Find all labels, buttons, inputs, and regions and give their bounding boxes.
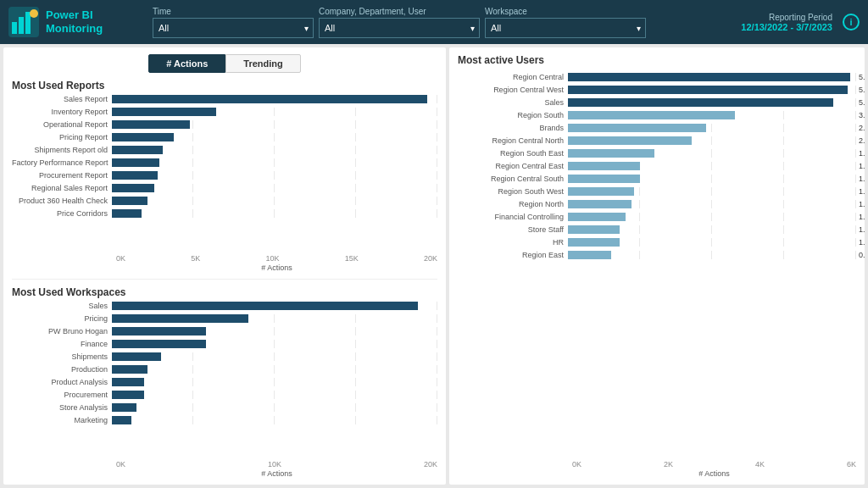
bar-label: Store Staff — [458, 225, 568, 234]
tab-actions[interactable]: # Actions — [148, 54, 225, 73]
divider — [12, 279, 437, 280]
bar-track: 2.9K — [112, 365, 437, 374]
bar-label: Region Central West — [458, 86, 568, 94]
bar-row: Region East0.9K — [458, 249, 856, 261]
bar-row: Region Central West5.8K — [458, 84, 856, 96]
bar-label: Inventory Report — [12, 108, 112, 116]
bar-fill — [112, 209, 142, 218]
bar-label: Pricing Report — [12, 133, 112, 141]
bar-track: 1.1K — [568, 225, 856, 234]
tab-trending[interactable]: Trending — [225, 54, 300, 73]
bar-row: Pricing Report3.8K — [12, 131, 437, 143]
bar-row: Region South East1.8K — [458, 147, 856, 159]
tabs-container: # Actions Trending — [12, 54, 437, 73]
bar-track: 2.8K — [112, 378, 437, 386]
bar-label: Region Central East — [458, 162, 568, 170]
rp-label: Reporting Period — [741, 13, 832, 22]
bar-row: Sales25.4K — [12, 300, 437, 312]
x-axis-label: 15K — [345, 254, 359, 263]
bar-label: Financial Controlling — [458, 213, 568, 221]
bar-value: 0.9K — [859, 251, 865, 259]
bar-fill — [568, 162, 640, 170]
bar-label: Finance — [12, 340, 112, 348]
bar-label: Production — [12, 365, 112, 374]
bar-track: 1.2K — [568, 213, 856, 221]
bar-track: 2.8K — [112, 171, 437, 180]
bar-fill — [112, 120, 190, 129]
bar-label: Region Central — [458, 73, 568, 81]
bar-fill — [568, 86, 848, 94]
bar-track: 1.6K — [112, 416, 437, 424]
header: Power BI Monitoring Time All Company, De… — [0, 0, 868, 44]
bar-row: Region South West1.4K — [458, 186, 856, 197]
bar-label: Region South — [458, 111, 568, 119]
x-axis-label: 20K — [424, 460, 437, 469]
bar-fill — [568, 136, 692, 145]
bar-fill — [112, 391, 144, 399]
bar-fill — [112, 340, 206, 348]
bar-fill — [568, 251, 611, 259]
svg-point-4 — [30, 9, 38, 18]
info-button[interactable]: i — [843, 14, 860, 30]
bar-label: Sales — [12, 302, 112, 310]
bar-label: HR — [458, 238, 568, 247]
bar-fill — [568, 187, 634, 196]
bar-track: 1.3K — [568, 200, 856, 208]
rp-value: 12/13/2022 - 3/7/2023 — [741, 22, 832, 32]
workspaces-x-axis: 0K10K20K — [12, 460, 437, 469]
company-filter-select[interactable]: All — [319, 18, 480, 38]
main-content: # Actions Trending Most Used Reports Sal… — [0, 44, 868, 488]
bar-row: Shipments4.1K — [12, 351, 437, 363]
bar-track: 1.8K — [568, 149, 856, 158]
bar-row: Regional Sales Report2.6K — [12, 182, 437, 194]
workspace-filter-select[interactable]: All — [485, 18, 646, 38]
bar-label: Operational Report — [12, 120, 112, 129]
active-users-bars: Region Central5.9KRegion Central West5.8… — [458, 71, 856, 458]
bar-row: Sales5.5K — [458, 97, 856, 108]
workspaces-title: Most Used Workspaces — [12, 286, 437, 298]
right-panel: Most active Users Region Central5.9KRegi… — [449, 47, 865, 485]
bar-fill — [568, 124, 706, 132]
bar-fill — [568, 149, 654, 158]
bar-track: 5.5K — [568, 98, 856, 107]
x-axis-label: 6K — [847, 460, 856, 469]
filters-area: Time All Company, Department, User All — [153, 7, 860, 38]
workspaces-bars: Sales25.4KPricing11.4KPW Bruno Hogan7.8K… — [12, 300, 437, 459]
bar-value: 5.5K — [859, 98, 865, 107]
bar-row: Operational Report4.8K — [12, 119, 437, 130]
bar-row: Region Central North2.6K — [458, 135, 856, 147]
bar-row: Finance7.8K — [12, 338, 437, 350]
reports-x-label: # Actions — [12, 263, 437, 272]
bar-fill — [112, 108, 216, 116]
bar-row: Region Central East1.5K — [458, 160, 856, 172]
bar-label: Sales Report — [12, 95, 112, 103]
bar-value: 1.4K — [859, 187, 865, 196]
bar-label: Factory Performance Report — [12, 158, 112, 167]
bar-fill — [112, 133, 174, 141]
workspace-filter-wrapper: All — [485, 18, 646, 38]
bar-label: Pricing — [12, 314, 112, 323]
bar-value: 1.3K — [859, 200, 865, 208]
time-filter-wrapper: All — [153, 18, 314, 38]
time-filter-select[interactable]: All — [153, 18, 314, 38]
bar-track: 25.4K — [112, 302, 437, 310]
bar-track: 2.8K — [112, 391, 437, 399]
bar-value: 1.5K — [859, 162, 865, 170]
app-container: Power BI Monitoring Time All Company, De… — [0, 0, 868, 488]
x-axis-label: 10K — [268, 460, 281, 469]
bar-fill — [568, 213, 626, 221]
bar-fill — [568, 73, 850, 81]
bar-track: 2.9K — [568, 124, 856, 132]
bar-fill — [568, 238, 620, 247]
bar-fill — [568, 111, 735, 119]
bar-label: Product 360 Health Check — [12, 197, 112, 205]
workspaces-x-label: # Actions — [12, 469, 437, 478]
bar-track: 2.6K — [112, 184, 437, 192]
bar-row: Procurement2.8K — [12, 389, 437, 401]
bar-fill — [112, 184, 154, 192]
bar-label: Shipments — [12, 352, 112, 361]
bar-row: PW Bruno Hogan7.8K — [12, 325, 437, 337]
users-x-axis: 0K2K4K6K — [458, 460, 856, 469]
company-filter-wrapper: All — [319, 18, 480, 38]
bar-row: Price Corridors1.8K — [12, 208, 437, 219]
